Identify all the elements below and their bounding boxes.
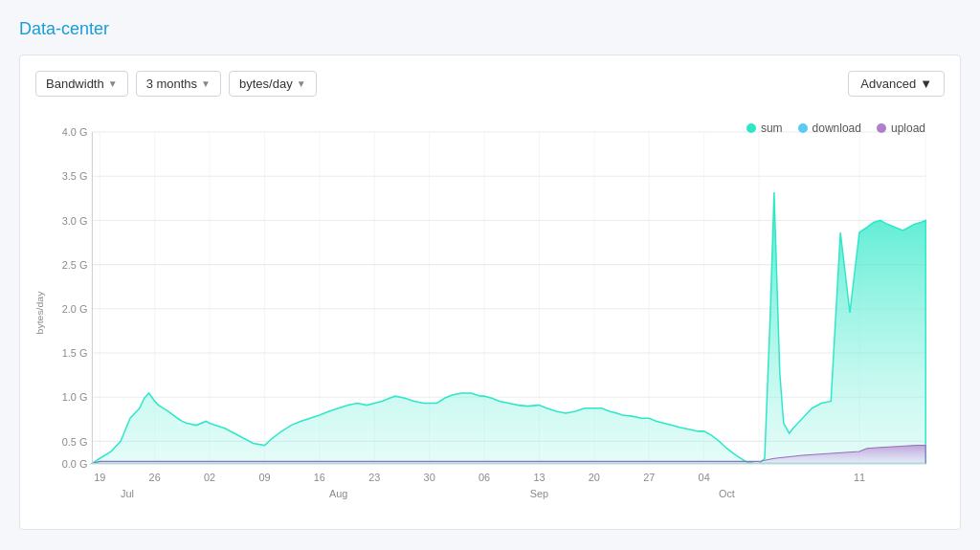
advanced-caret-icon: ▼: [920, 77, 932, 91]
svg-text:Sep: Sep: [530, 488, 548, 499]
svg-text:Oct: Oct: [719, 488, 736, 499]
upload-label: upload: [891, 121, 925, 135]
bandwidth-caret-icon: ▼: [108, 78, 118, 89]
svg-text:1.5 G: 1.5 G: [62, 347, 88, 359]
chart-legend: sum download upload: [746, 121, 925, 135]
sum-area: [92, 192, 925, 464]
chart-container: Bandwidth ▼ 3 months ▼ bytes/day ▼ Advan…: [19, 55, 961, 530]
x-axis-months: Jul Aug Sep Oct: [121, 488, 736, 499]
svg-text:19: 19: [94, 472, 105, 483]
svg-text:Jul: Jul: [121, 488, 134, 499]
unit-caret-icon: ▼: [297, 78, 306, 89]
unit-label: bytes/day: [239, 77, 293, 91]
unit-dropdown[interactable]: bytes/day ▼: [229, 71, 317, 97]
svg-text:0.5 G: 0.5 G: [62, 435, 88, 447]
chart-svg: 4.0 G 3.5 G 3.0 G 2.5 G 2.0 G 1.5 G 1.0 …: [35, 112, 945, 514]
chart-area: sum download upload: [35, 112, 945, 514]
svg-text:3.5 G: 3.5 G: [62, 170, 88, 182]
svg-text:09: 09: [258, 472, 270, 483]
svg-text:3.0 G: 3.0 G: [62, 214, 88, 226]
svg-text:27: 27: [643, 472, 655, 483]
legend-upload: upload: [877, 121, 925, 135]
svg-text:26: 26: [149, 472, 161, 483]
svg-text:2.0 G: 2.0 G: [62, 303, 88, 315]
svg-text:02: 02: [204, 472, 215, 483]
bandwidth-label: Bandwidth: [46, 77, 104, 91]
upload-dot-icon: [877, 123, 886, 133]
svg-text:20: 20: [589, 472, 600, 483]
svg-text:16: 16: [314, 472, 325, 483]
legend-sum: sum: [746, 121, 783, 135]
svg-text:23: 23: [368, 472, 380, 483]
svg-text:11: 11: [854, 472, 865, 483]
svg-text:13: 13: [533, 472, 545, 483]
toolbar: Bandwidth ▼ 3 months ▼ bytes/day ▼ Advan…: [35, 71, 945, 97]
svg-text:2.5 G: 2.5 G: [62, 259, 88, 271]
page-title: Data-center: [19, 19, 961, 39]
svg-text:30: 30: [424, 472, 435, 483]
x-axis-labels: 19 26 02 09 16 23 30 06 13 20 27 04 11: [94, 472, 865, 483]
svg-text:04: 04: [699, 472, 710, 483]
svg-text:4.0 G: 4.0 G: [62, 126, 88, 138]
bandwidth-dropdown[interactable]: Bandwidth ▼: [35, 71, 128, 97]
period-label: 3 months: [146, 77, 197, 91]
advanced-button[interactable]: Advanced ▼: [848, 71, 945, 97]
sum-label: sum: [761, 121, 783, 135]
download-dot-icon: [798, 123, 808, 133]
svg-text:0.0 G: 0.0 G: [62, 457, 88, 469]
period-caret-icon: ▼: [201, 78, 211, 89]
download-label: download: [813, 121, 861, 135]
sum-dot-icon: [746, 123, 756, 133]
svg-text:06: 06: [479, 472, 490, 483]
legend-download: download: [798, 121, 861, 135]
svg-text:bytes/day: bytes/day: [35, 291, 45, 335]
svg-text:Aug: Aug: [329, 488, 347, 499]
period-dropdown[interactable]: 3 months ▼: [136, 71, 221, 97]
advanced-label: Advanced: [860, 77, 916, 91]
svg-text:1.0 G: 1.0 G: [62, 391, 88, 403]
